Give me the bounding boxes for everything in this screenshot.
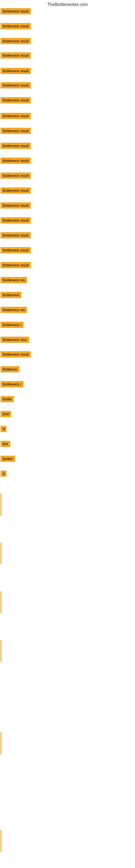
bottleneck-item: Bottleneck result (1, 97, 31, 104)
bottleneck-item: Bottleneck result (1, 8, 31, 16)
bottleneck-badge: Bottlenec (1, 366, 19, 372)
bottleneck-item: Bottle (1, 396, 14, 403)
bottleneck-item: Bottleneck result (1, 187, 31, 195)
bottleneck-badge: Bottleneck result (1, 262, 31, 268)
bottleneck-badge: Bottleneck result (1, 351, 31, 358)
bottleneck-item: Bottleneck result (1, 247, 31, 254)
bottleneck-item: Bottleneck result (1, 217, 31, 225)
bottleneck-item: Bottleneck result (1, 23, 31, 30)
bottleneck-item: Bottleneck res (1, 277, 27, 284)
bottleneck-item: Bottleneck result (1, 38, 31, 45)
bottleneck-badge: Bottleneck res (1, 277, 27, 283)
site-title: TheBottlenecker.com (0, 0, 135, 9)
bottleneck-badge: Bottleneck result (1, 143, 31, 149)
bottleneck-item: Bottler (1, 456, 15, 463)
vertical-line (1, 591, 1, 613)
bottleneck-badge: Bottleneck result (1, 82, 31, 88)
bottleneck-badge: Bottleneck r (1, 322, 24, 328)
bottleneck-item: Bot (1, 441, 10, 448)
bottleneck-item: Bottleneck res (1, 307, 27, 314)
vertical-line (1, 733, 1, 754)
vertical-line (1, 494, 1, 516)
bottleneck-item: B (1, 426, 6, 433)
bottleneck-item: Bottleneck result (1, 262, 31, 269)
bottleneck-item: Bottlenec (1, 366, 19, 373)
bottleneck-item: Bottleneck result (1, 232, 31, 240)
bottleneck-item: Bottleneck r (1, 381, 24, 389)
bottleneck-badge: Bottleneck result (1, 158, 31, 164)
bottleneck-badge: Bottleneck result (1, 68, 31, 74)
bottleneck-badge: Bottleneck result (1, 52, 31, 59)
bottleneck-badge: Bot (1, 441, 10, 447)
vertical-line (1, 640, 1, 662)
bottleneck-item: Bottleneck result (1, 128, 31, 135)
vertical-line (1, 542, 1, 564)
bottleneck-item: Bottleneck result (1, 52, 31, 60)
bottleneck-badge: Bottleneck result (1, 23, 31, 29)
bottleneck-item: Bottleneck result (1, 203, 31, 210)
bottleneck-badge: Bottleneck result (1, 128, 31, 134)
bottleneck-item: Bottleneck result (1, 173, 31, 180)
bottleneck-item: Bottleneck (1, 292, 21, 299)
bottleneck-item: Bottleneck result (1, 68, 31, 75)
bottleneck-item: Bottleneck result (1, 351, 31, 359)
bottleneck-badge: Bottler (1, 456, 15, 462)
bottleneck-item: Bottleneck r (1, 322, 24, 329)
bottleneck-badge: Bottleneck result (1, 97, 31, 103)
bottleneck-item: B (1, 471, 6, 478)
bottleneck-badge: Bott (1, 411, 11, 417)
bottleneck-badge: Bottleneck result (1, 173, 31, 179)
bottleneck-badge: Bottleneck result (1, 113, 31, 119)
bottleneck-badge: Bottleneck result (1, 217, 31, 223)
bottleneck-badge: Bottleneck result (1, 187, 31, 194)
bottleneck-badge: Bottleneck result (1, 247, 31, 253)
bottleneck-badge: Bottleneck result (1, 203, 31, 209)
bottleneck-badge: Bottleneck result (1, 232, 31, 239)
bottleneck-badge: B (1, 426, 6, 432)
bottleneck-badge: Bottleneck r (1, 381, 24, 388)
bottleneck-item: Bott (1, 411, 11, 418)
bottleneck-item: Bottleneck result (1, 158, 31, 165)
bottleneck-item: Bottleneck result (1, 143, 31, 150)
bottleneck-badge: Bottleneck res (1, 307, 27, 313)
bottleneck-badge: B (1, 471, 6, 477)
bottleneck-badge: Bottleneck (1, 292, 21, 298)
bottleneck-item: Bottleneck result (1, 82, 31, 90)
vertical-line (1, 830, 1, 852)
bottleneck-item: Bottleneck resu (1, 337, 29, 344)
bottleneck-badge: Bottleneck resu (1, 337, 29, 343)
bottleneck-item: Bottleneck result (1, 113, 31, 120)
bottleneck-badge: Bottle (1, 396, 14, 402)
bottleneck-badge: Bottleneck result (1, 38, 31, 44)
